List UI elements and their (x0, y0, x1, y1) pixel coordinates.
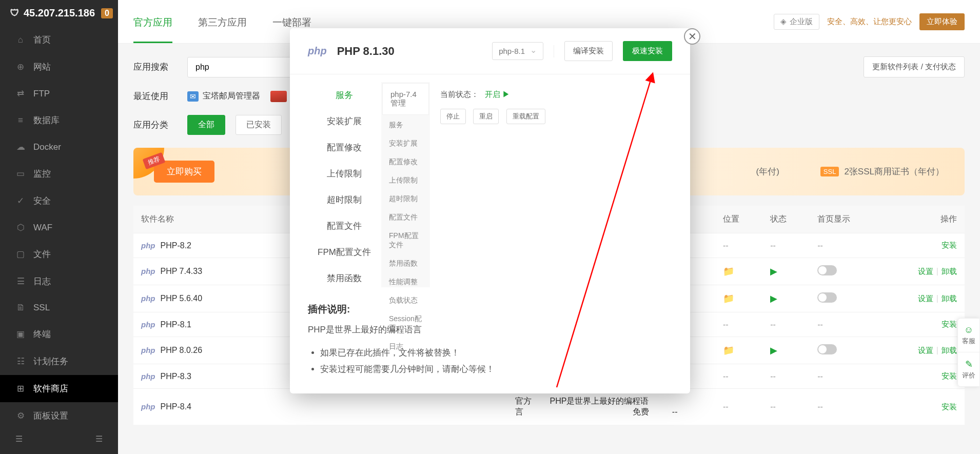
php-icon: php (141, 267, 155, 275)
homepage-switch[interactable] (817, 265, 837, 275)
th-location: 位置 (715, 206, 762, 233)
nav-icon: ☁ (15, 142, 26, 152)
collapse-icon[interactable]: ☰ (15, 434, 23, 444)
modal-header: php PHP 8.1.30 php-8.1 编译安装 极速安装 (290, 28, 690, 74)
trial-button[interactable]: 立即体验 (919, 13, 965, 30)
settings-mid-item[interactable]: 上传限制 (381, 171, 430, 190)
server-ip: 45.207.215.186 (24, 7, 95, 19)
install-link[interactable]: 安装 (942, 402, 957, 411)
folder-icon[interactable]: 📁 (723, 345, 734, 356)
nav-icon: ☰ (15, 276, 26, 287)
float-service[interactable]: ☺ 客服 (958, 319, 979, 352)
install-link[interactable]: 安装 (942, 320, 957, 328)
settings-left-item[interactable]: 禁用函数 (308, 265, 381, 291)
uninstall-link[interactable]: 卸载 (942, 267, 957, 275)
folder-icon[interactable]: 📁 (723, 293, 734, 304)
nav-item-9[interactable]: ☰日志 (0, 268, 118, 295)
sidebar-header: 🛡 45.207.215.186 0 (0, 0, 118, 26)
shield-icon: 🛡 (10, 8, 19, 18)
compile-install-button[interactable]: 编译安装 (564, 41, 613, 61)
buy-button[interactable]: 推荐 立即购买 (154, 161, 214, 183)
settings-link[interactable]: 设置 (918, 294, 933, 303)
modal-body: 服务安装扩展配置修改上传限制超时限制配置文件FPM配置文件禁用函数 php-7.… (290, 74, 690, 393)
install-link[interactable]: 安装 (942, 241, 957, 249)
close-icon[interactable]: ✕ (684, 28, 700, 45)
settings-left-item[interactable]: 配置文件 (308, 213, 381, 239)
stop-button[interactable]: 停止 (440, 109, 466, 124)
folder-icon[interactable]: 📁 (723, 266, 734, 277)
install-link[interactable]: 安装 (942, 371, 957, 380)
tag-all[interactable]: 全部 (187, 115, 225, 135)
nav-item-12[interactable]: ☷计划任务 (0, 348, 118, 375)
settings-mid-item[interactable]: 配置修改 (381, 153, 430, 171)
nav-item-5[interactable]: ▭监控 (0, 160, 118, 187)
table-row: phpPHP-8.4 官方 PHP是世界上最好的编程语言 免费 -- -- --… (133, 389, 965, 425)
settings-right-panel: 当前状态： 开启 ▶ 停止 重启 重载配置 (430, 82, 672, 287)
settings-panel: 服务安装扩展配置修改上传限制超时限制配置文件FPM配置文件禁用函数 php-7.… (308, 82, 672, 287)
settings-mid-item[interactable]: 配置文件 (381, 208, 430, 227)
settings-mid-item[interactable]: 禁用函数 (381, 254, 430, 273)
play-icon[interactable]: ▶ (770, 345, 777, 356)
settings-left-item[interactable]: FPM配置文件 (308, 239, 381, 265)
nav-item-10[interactable]: 🗎SSL (0, 295, 118, 321)
settings-link[interactable]: 设置 (918, 346, 933, 354)
nav-item-3[interactable]: ≡数据库 (0, 107, 118, 134)
play-icon[interactable]: ▶ (770, 266, 777, 277)
settings-link[interactable]: 设置 (918, 267, 933, 275)
recent-item-icon[interactable] (270, 91, 287, 102)
nav-icon: ⚙ (15, 410, 26, 421)
mid-title: php-7.4管理 (382, 83, 429, 115)
homepage-switch[interactable] (817, 344, 837, 354)
settings-left-item[interactable]: 配置修改 (308, 134, 381, 161)
status-line: 当前状态： 开启 ▶ (440, 90, 662, 100)
tag-installed[interactable]: 已安装 (236, 115, 282, 135)
settings-mid-item[interactable]: 超时限制 (381, 190, 430, 208)
settings-left-item[interactable]: 上传限制 (308, 161, 381, 187)
settings-mid-item[interactable]: 性能调整 (381, 273, 430, 291)
nav-item-4[interactable]: ☁Docker (0, 134, 118, 160)
nav-icon: ⊞ (15, 383, 26, 394)
nav-icon: ⬡ (15, 222, 26, 233)
homepage-switch[interactable] (817, 292, 837, 303)
notification-badge[interactable]: 0 (101, 8, 113, 18)
tab-thirdparty[interactable]: 第三方应用 (198, 1, 247, 43)
status-value: 开启 ▶ (485, 90, 510, 98)
settings-left-item[interactable]: 服务 (308, 82, 381, 108)
nav-icon: ✓ (15, 195, 26, 206)
float-panel: ☺ 客服 ✎ 评价 (957, 318, 980, 387)
tab-official[interactable]: 官方应用 (133, 1, 172, 43)
settings-mid-item[interactable]: 服务 (381, 116, 430, 134)
update-list-button[interactable]: 更新软件列表 / 支付状态 (864, 56, 965, 77)
nav-item-13[interactable]: ⊞软件商店 (0, 375, 118, 402)
uninstall-link[interactable]: 卸载 (942, 346, 957, 354)
nav-item-1[interactable]: ⊕网站 (0, 53, 118, 81)
uninstall-link[interactable]: 卸载 (942, 294, 957, 303)
version-select[interactable]: php-8.1 (492, 42, 543, 60)
php-icon: php (141, 241, 155, 250)
php-icon: php (141, 320, 155, 329)
play-icon[interactable]: ▶ (770, 293, 777, 304)
settings-mid-item[interactable]: 负载状态 (381, 291, 430, 310)
nav-item-0[interactable]: ⌂首页 (0, 26, 118, 53)
settings-mid-item[interactable]: 安装扩展 (381, 134, 430, 153)
nav-item-8[interactable]: ▢文件 (0, 241, 118, 268)
nav-item-7[interactable]: ⬡WAF (0, 214, 118, 241)
recent-item-mail[interactable]: ✉ 宝塔邮局管理器 (187, 91, 260, 102)
diamond-icon: ◈ (780, 17, 787, 26)
reload-button[interactable]: 重载配置 (506, 109, 545, 124)
nav-icon: ▢ (15, 249, 26, 260)
nav-item-6[interactable]: ✓安全 (0, 187, 118, 214)
settings-left-item[interactable]: 安装扩展 (308, 108, 381, 134)
enterprise-badge[interactable]: ◈ 企业版 (774, 14, 819, 30)
settings-mid-item[interactable]: FPM配置文件 (381, 227, 430, 254)
nav-item-2[interactable]: ⇄FTP (0, 81, 118, 107)
fast-install-button[interactable]: 极速安装 (623, 41, 672, 61)
settings-left-item[interactable]: 超时限制 (308, 187, 381, 213)
php-icon: php (141, 294, 155, 303)
nav-item-11[interactable]: ▣终端 (0, 321, 118, 348)
float-feedback[interactable]: ✎ 评价 (958, 352, 979, 386)
restart-button[interactable]: 重启 (473, 109, 499, 124)
modal-title: PHP 8.1.30 (337, 45, 482, 58)
menu-icon[interactable]: ☰ (95, 434, 103, 444)
nav-item-14[interactable]: ⚙面板设置 (0, 402, 118, 429)
